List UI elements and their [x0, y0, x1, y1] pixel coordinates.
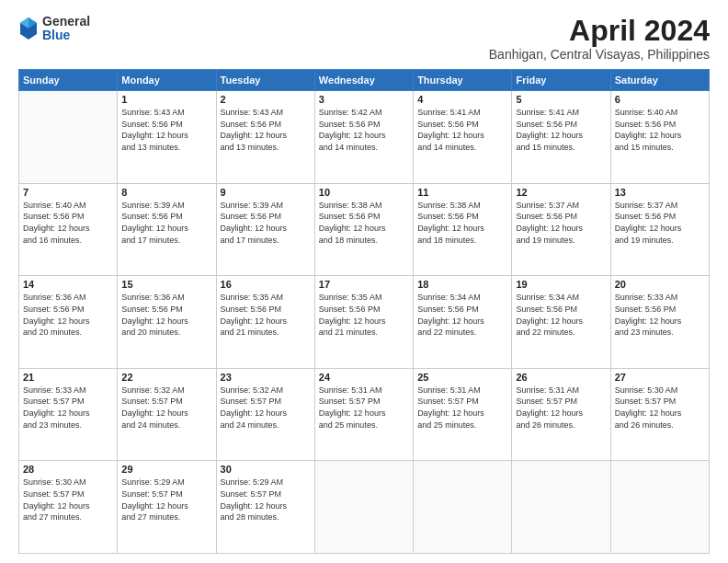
day-number: 30 — [221, 464, 311, 475]
day-details: Sunrise: 5:29 AM Sunset: 5:57 PM Dayligh… — [221, 477, 311, 523]
day-number: 1 — [121, 94, 211, 105]
day-details: Sunrise: 5:29 AM Sunset: 5:57 PM Dayligh… — [121, 477, 211, 523]
calendar-header-friday: Friday — [512, 70, 610, 91]
title-block: April 2024 Banhigan, Central Visayas, Ph… — [489, 15, 710, 62]
day-number: 15 — [121, 279, 211, 290]
calendar-cell — [314, 461, 413, 554]
location: Banhigan, Central Visayas, Philippines — [489, 47, 710, 62]
day-number: 20 — [615, 279, 705, 290]
calendar-cell: 11Sunrise: 5:38 AM Sunset: 5:56 PM Dayli… — [414, 183, 512, 276]
day-number: 2 — [221, 94, 311, 105]
calendar-week-2: 14Sunrise: 5:36 AM Sunset: 5:56 PM Dayli… — [19, 276, 710, 369]
calendar-cell: 20Sunrise: 5:33 AM Sunset: 5:56 PM Dayli… — [610, 276, 709, 369]
day-details: Sunrise: 5:33 AM Sunset: 5:56 PM Dayligh… — [615, 292, 705, 338]
day-details: Sunrise: 5:34 AM Sunset: 5:56 PM Dayligh… — [417, 292, 507, 338]
day-number: 26 — [516, 372, 606, 383]
calendar-week-0: 1Sunrise: 5:43 AM Sunset: 5:56 PM Daylig… — [19, 91, 710, 184]
day-number: 9 — [221, 187, 311, 198]
calendar-header-tuesday: Tuesday — [216, 70, 314, 91]
day-details: Sunrise: 5:35 AM Sunset: 5:56 PM Dayligh… — [221, 292, 311, 338]
day-details: Sunrise: 5:32 AM Sunset: 5:57 PM Dayligh… — [221, 385, 311, 431]
calendar-week-3: 21Sunrise: 5:33 AM Sunset: 5:57 PM Dayli… — [19, 368, 710, 461]
calendar-cell: 5Sunrise: 5:41 AM Sunset: 5:56 PM Daylig… — [512, 91, 610, 184]
logo-general: General — [42, 15, 90, 29]
day-number: 8 — [121, 187, 211, 198]
calendar-cell — [610, 461, 709, 554]
calendar-cell: 23Sunrise: 5:32 AM Sunset: 5:57 PM Dayli… — [216, 368, 314, 461]
calendar-cell — [19, 91, 118, 184]
page: General Blue April 2024 Banhigan, Centra… — [0, 0, 728, 563]
day-details: Sunrise: 5:43 AM Sunset: 5:56 PM Dayligh… — [121, 107, 211, 153]
calendar-cell: 7Sunrise: 5:40 AM Sunset: 5:56 PM Daylig… — [19, 183, 118, 276]
calendar-cell: 10Sunrise: 5:38 AM Sunset: 5:56 PM Dayli… — [314, 183, 413, 276]
day-details: Sunrise: 5:30 AM Sunset: 5:57 PM Dayligh… — [23, 477, 113, 523]
day-details: Sunrise: 5:38 AM Sunset: 5:56 PM Dayligh… — [417, 200, 507, 246]
calendar-cell: 3Sunrise: 5:42 AM Sunset: 5:56 PM Daylig… — [314, 91, 413, 184]
calendar-cell — [512, 461, 610, 554]
calendar-cell: 13Sunrise: 5:37 AM Sunset: 5:56 PM Dayli… — [610, 183, 709, 276]
day-details: Sunrise: 5:40 AM Sunset: 5:56 PM Dayligh… — [23, 200, 113, 246]
day-number: 21 — [23, 372, 113, 383]
day-number: 18 — [417, 279, 507, 290]
day-number: 25 — [417, 372, 507, 383]
day-number: 17 — [319, 279, 409, 290]
calendar-cell: 21Sunrise: 5:33 AM Sunset: 5:57 PM Dayli… — [19, 368, 118, 461]
calendar-cell: 6Sunrise: 5:40 AM Sunset: 5:56 PM Daylig… — [610, 91, 709, 184]
day-number: 11 — [417, 187, 507, 198]
calendar-cell: 4Sunrise: 5:41 AM Sunset: 5:56 PM Daylig… — [414, 91, 512, 184]
day-number: 5 — [516, 94, 606, 105]
day-details: Sunrise: 5:41 AM Sunset: 5:56 PM Dayligh… — [417, 107, 507, 153]
calendar-cell: 15Sunrise: 5:36 AM Sunset: 5:56 PM Dayli… — [118, 276, 216, 369]
calendar-header-saturday: Saturday — [610, 70, 709, 91]
day-number: 23 — [221, 372, 311, 383]
calendar-header-row: SundayMondayTuesdayWednesdayThursdayFrid… — [19, 70, 710, 91]
day-number: 22 — [121, 372, 211, 383]
calendar-cell: 25Sunrise: 5:31 AM Sunset: 5:57 PM Dayli… — [414, 368, 512, 461]
day-details: Sunrise: 5:43 AM Sunset: 5:56 PM Dayligh… — [221, 107, 311, 153]
day-number: 19 — [516, 279, 606, 290]
day-details: Sunrise: 5:37 AM Sunset: 5:56 PM Dayligh… — [615, 200, 705, 246]
day-number: 13 — [615, 187, 705, 198]
day-details: Sunrise: 5:31 AM Sunset: 5:57 PM Dayligh… — [516, 385, 606, 431]
calendar-table: SundayMondayTuesdayWednesdayThursdayFrid… — [18, 69, 710, 554]
day-details: Sunrise: 5:34 AM Sunset: 5:56 PM Dayligh… — [516, 292, 606, 338]
day-details: Sunrise: 5:32 AM Sunset: 5:57 PM Dayligh… — [121, 385, 211, 431]
day-number: 27 — [615, 372, 705, 383]
calendar-cell: 14Sunrise: 5:36 AM Sunset: 5:56 PM Dayli… — [19, 276, 118, 369]
calendar-cell: 12Sunrise: 5:37 AM Sunset: 5:56 PM Dayli… — [512, 183, 610, 276]
calendar-cell: 26Sunrise: 5:31 AM Sunset: 5:57 PM Dayli… — [512, 368, 610, 461]
day-details: Sunrise: 5:30 AM Sunset: 5:57 PM Dayligh… — [615, 385, 705, 431]
calendar-cell: 18Sunrise: 5:34 AM Sunset: 5:56 PM Dayli… — [414, 276, 512, 369]
logo-text: General Blue — [42, 15, 90, 43]
day-details: Sunrise: 5:42 AM Sunset: 5:56 PM Dayligh… — [319, 107, 409, 153]
day-details: Sunrise: 5:31 AM Sunset: 5:57 PM Dayligh… — [417, 385, 507, 431]
calendar-header-sunday: Sunday — [19, 70, 118, 91]
calendar-cell: 8Sunrise: 5:39 AM Sunset: 5:56 PM Daylig… — [118, 183, 216, 276]
day-number: 3 — [319, 94, 409, 105]
day-number: 28 — [23, 464, 113, 475]
calendar-cell: 24Sunrise: 5:31 AM Sunset: 5:57 PM Dayli… — [314, 368, 413, 461]
calendar-cell: 22Sunrise: 5:32 AM Sunset: 5:57 PM Dayli… — [118, 368, 216, 461]
logo-icon — [18, 16, 39, 41]
logo: General Blue — [18, 15, 90, 43]
day-details: Sunrise: 5:35 AM Sunset: 5:56 PM Dayligh… — [319, 292, 409, 338]
calendar-cell: 16Sunrise: 5:35 AM Sunset: 5:56 PM Dayli… — [216, 276, 314, 369]
day-details: Sunrise: 5:38 AM Sunset: 5:56 PM Dayligh… — [319, 200, 409, 246]
calendar-week-4: 28Sunrise: 5:30 AM Sunset: 5:57 PM Dayli… — [19, 461, 710, 554]
logo-blue: Blue — [42, 29, 90, 42]
calendar-cell: 2Sunrise: 5:43 AM Sunset: 5:56 PM Daylig… — [216, 91, 314, 184]
day-number: 29 — [121, 464, 211, 475]
day-number: 7 — [23, 187, 113, 198]
calendar-cell: 9Sunrise: 5:39 AM Sunset: 5:56 PM Daylig… — [216, 183, 314, 276]
calendar-week-1: 7Sunrise: 5:40 AM Sunset: 5:56 PM Daylig… — [19, 183, 710, 276]
day-details: Sunrise: 5:39 AM Sunset: 5:56 PM Dayligh… — [221, 200, 311, 246]
calendar-cell — [414, 461, 512, 554]
day-details: Sunrise: 5:33 AM Sunset: 5:57 PM Dayligh… — [23, 385, 113, 431]
day-number: 6 — [615, 94, 705, 105]
day-number: 14 — [23, 279, 113, 290]
day-number: 10 — [319, 187, 409, 198]
calendar-cell: 29Sunrise: 5:29 AM Sunset: 5:57 PM Dayli… — [118, 461, 216, 554]
day-details: Sunrise: 5:40 AM Sunset: 5:56 PM Dayligh… — [615, 107, 705, 153]
calendar-header-monday: Monday — [118, 70, 216, 91]
calendar-cell: 1Sunrise: 5:43 AM Sunset: 5:56 PM Daylig… — [118, 91, 216, 184]
